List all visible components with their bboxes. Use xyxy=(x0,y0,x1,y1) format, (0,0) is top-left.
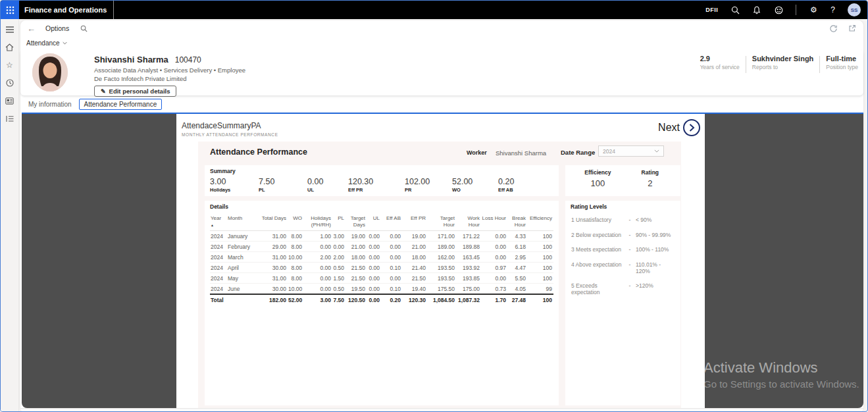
column-header[interactable]: Eff AB xyxy=(381,214,402,231)
refresh-icon[interactable] xyxy=(829,24,838,33)
table-cell: 2024 xyxy=(210,273,227,284)
breadcrumb-row: Attendance xyxy=(20,36,863,49)
column-header[interactable]: PL xyxy=(332,214,345,231)
summary-value: 0.20 xyxy=(498,177,551,186)
column-header[interactable]: Loss Hour xyxy=(481,214,507,231)
table-cell: 8.00 xyxy=(288,263,303,273)
table-cell: February xyxy=(227,242,257,252)
total-label-cell: Total xyxy=(210,294,257,305)
table-cell: March xyxy=(227,252,257,263)
table-cell: 0.73 xyxy=(481,284,507,295)
table-row: 2024March31.0010.002.002.0018.000.000.00… xyxy=(210,252,553,263)
tab-my-information[interactable]: My information xyxy=(27,99,73,110)
table-cell: 0.00 xyxy=(303,284,332,295)
title-separator xyxy=(113,1,114,19)
application-window: Finance and Operations DFII ⚙ ? SS ☆ xyxy=(0,0,868,412)
next-page-button[interactable]: Next xyxy=(658,119,700,136)
options-menu-button[interactable]: Options xyxy=(45,24,69,32)
column-header[interactable]: Target Days xyxy=(345,214,367,231)
total-cell: 182.00 xyxy=(257,294,288,305)
favorites-star-icon[interactable]: ☆ xyxy=(5,60,15,70)
column-header[interactable]: Target Hour xyxy=(427,214,456,231)
table-cell: 175.50 xyxy=(427,284,456,295)
details-title: Details xyxy=(210,203,553,210)
column-header[interactable]: Holidays (PH/RH) xyxy=(303,214,332,231)
chevron-down-icon xyxy=(63,41,67,45)
search-icon[interactable] xyxy=(730,5,740,14)
table-cell: 31.00 xyxy=(257,252,288,263)
column-header[interactable]: Efficiency xyxy=(527,214,553,231)
date-range-value: 2024 xyxy=(603,148,654,155)
table-cell: 0.00 xyxy=(481,273,507,284)
table-cell: 4.47 xyxy=(507,263,527,273)
pencil-icon: ✎ xyxy=(101,88,106,95)
breadcrumb[interactable]: Attendance xyxy=(26,39,67,47)
back-arrow-icon[interactable]: ← xyxy=(27,24,36,33)
kpi-row: Efficiency100Rating2 xyxy=(571,169,675,188)
column-header[interactable]: Total Days xyxy=(257,214,288,231)
table-cell: 10.00 xyxy=(288,284,303,295)
details-table-head: Year▲MonthTotal DaysWOHolidays (PH/RH)PL… xyxy=(210,214,553,231)
total-cell: 100 xyxy=(527,294,553,305)
table-cell: 2024 xyxy=(210,242,227,252)
app-launcher-button[interactable] xyxy=(1,1,19,19)
employee-company: De Facto Infotech Private Limited xyxy=(94,75,245,82)
open-in-new-window-icon[interactable] xyxy=(848,24,857,33)
table-cell: 0.00 xyxy=(367,284,381,295)
table-cell: 0.00 xyxy=(481,252,507,263)
table-cell: January xyxy=(227,231,257,242)
rating-level-name: 5 Exceeds expectation xyxy=(571,282,624,296)
settings-gear-icon[interactable]: ⚙ xyxy=(809,5,818,14)
tab-attendance-performance[interactable]: Attendance Performance xyxy=(79,99,163,110)
table-cell: 21.00 xyxy=(345,242,367,252)
table-cell: 0.10 xyxy=(381,263,402,273)
employee-name: Shivanshi Sharma xyxy=(94,55,168,64)
total-cell: 0.00 xyxy=(367,294,381,305)
user-avatar[interactable]: SS xyxy=(848,3,861,16)
summary-label: WO xyxy=(452,187,498,193)
table-cell: 0.00 xyxy=(381,231,402,242)
worker-value: Shivanshi Sharma xyxy=(496,149,546,157)
summary-title: Summary xyxy=(210,168,553,174)
table-cell: 0.97 xyxy=(481,263,507,273)
recent-clock-icon[interactable] xyxy=(5,78,15,88)
table-cell: 0.00 xyxy=(303,242,332,252)
summary-item: 0.20Eff AB xyxy=(498,177,551,193)
fact-label: Reports to xyxy=(752,64,814,70)
employee-header-card: Shivanshi Sharma 100470 Associate Data A… xyxy=(20,49,863,95)
table-cell: 189.88 xyxy=(456,242,481,252)
table-cell: 30.00 xyxy=(257,263,288,273)
column-header[interactable]: Work Hour xyxy=(456,214,481,231)
column-header[interactable]: Eff PR xyxy=(402,214,427,231)
sort-ascending-icon: ▲ xyxy=(211,223,226,227)
notifications-bell-icon[interactable] xyxy=(752,5,761,14)
column-header[interactable]: UL xyxy=(367,214,381,231)
date-range-dropdown[interactable]: 2024 xyxy=(598,145,664,157)
worker-card-icon[interactable] xyxy=(5,95,15,106)
report-scroll-strip[interactable] xyxy=(20,408,863,412)
table-cell: 0.00 xyxy=(367,242,381,252)
table-cell: 0.00 xyxy=(367,263,381,273)
table-cell: 8.00 xyxy=(288,231,303,242)
total-cell: 7.50 xyxy=(332,294,345,305)
edit-personal-details-button[interactable]: ✎ Edit personal details xyxy=(94,86,176,97)
report-subtitle: MONTHLY ATTENDANCE PERFORMANCE xyxy=(182,132,278,137)
menu-hamburger-icon[interactable] xyxy=(5,24,15,35)
task-list-icon[interactable] xyxy=(5,113,15,124)
table-cell: 0.00 xyxy=(481,231,507,242)
table-cell: 0.00 xyxy=(381,252,402,263)
table-cell: 2.00 xyxy=(303,252,332,263)
column-header[interactable]: Month xyxy=(227,214,257,231)
home-icon[interactable] xyxy=(5,42,15,53)
summary-label: Eff PR xyxy=(348,187,405,193)
column-header[interactable]: Break Hour xyxy=(507,214,527,231)
column-header[interactable]: WO xyxy=(288,214,303,231)
rating-level-range: < 90% xyxy=(636,217,675,223)
table-row: 2024May31.008.000.001.5021.500.000.0021.… xyxy=(210,273,553,284)
table-cell: 0.50 xyxy=(332,263,345,273)
help-icon[interactable]: ? xyxy=(830,5,835,14)
table-cell: 21.00 xyxy=(402,242,427,252)
feedback-smiley-icon[interactable] xyxy=(774,5,783,14)
page-search-icon[interactable] xyxy=(79,24,88,33)
column-header[interactable]: Year▲ xyxy=(210,214,227,231)
